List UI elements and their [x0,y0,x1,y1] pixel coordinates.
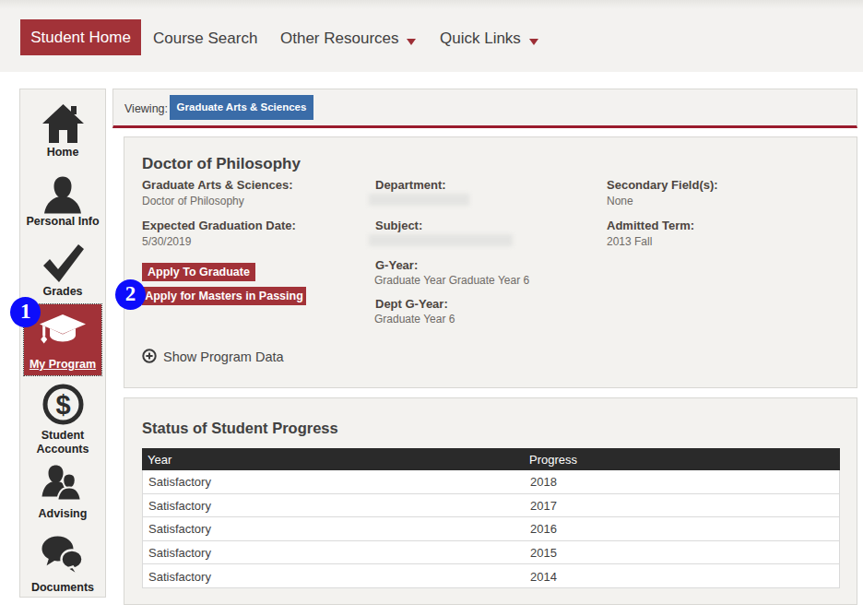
svg-text:$: $ [55,390,70,420]
